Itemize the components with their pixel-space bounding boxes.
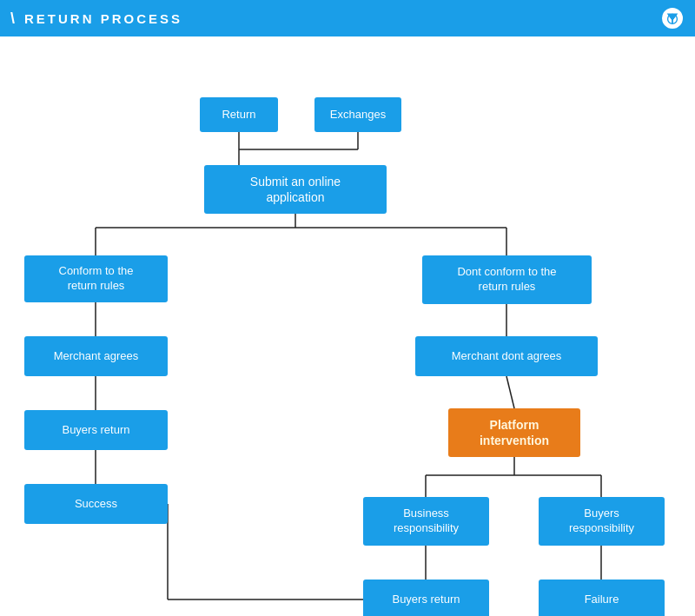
success-box: Success — [24, 484, 168, 524]
conform-box: Conform to thereturn rules — [24, 255, 168, 302]
merchant-agrees-box: Merchant agrees — [24, 336, 168, 376]
platform-intervention-box: Platformintervention — [448, 408, 580, 457]
svg-marker-2 — [668, 15, 678, 21]
return-process-diagram: Return Exchanges Submit an onlineapplica… — [0, 36, 695, 616]
buyers-responsibility-box: Buyersresponsibility — [539, 497, 665, 546]
filter-icon[interactable] — [660, 6, 685, 30]
merchant-dont-box: Merchant dont agrees — [415, 336, 598, 376]
buyers-return-right-box: Buyers return — [363, 580, 489, 616]
buyers-return-left-box: Buyers return — [24, 410, 168, 450]
page-title: RETURN PROCESS — [10, 10, 182, 28]
failure-box: Failure — [539, 580, 665, 616]
svg-line-20 — [506, 376, 514, 408]
exchanges-box: Exchanges — [314, 97, 401, 132]
business-responsibility-box: Businessresponsibility — [363, 497, 489, 546]
submit-box: Submit an onlineapplication — [204, 165, 387, 214]
page-header: RETURN PROCESS — [0, 0, 695, 36]
dont-conform-box: Dont conform to thereturn rules — [422, 255, 592, 304]
return-box: Return — [200, 97, 278, 132]
